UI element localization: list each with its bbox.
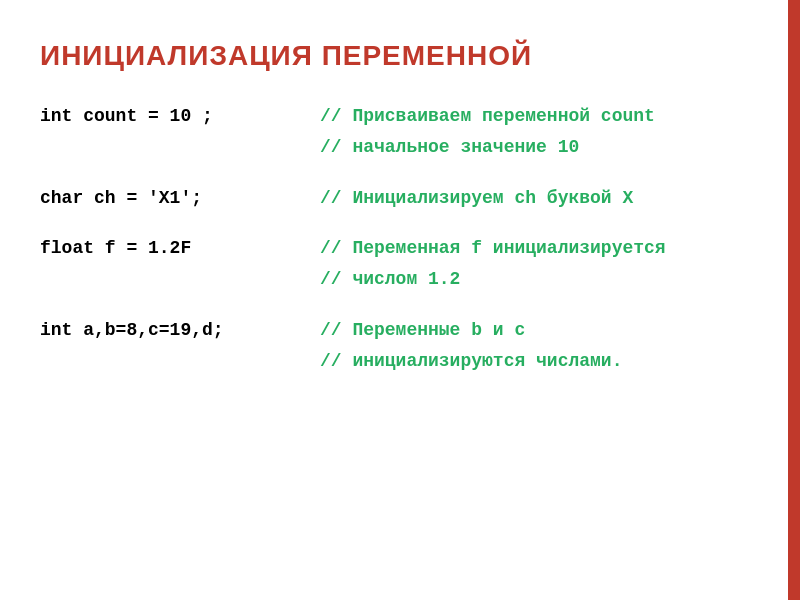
code-comment-7: // инициализируются числами. bbox=[320, 347, 622, 376]
code-line-4: float f = 1.2F // Переменная f инициализ… bbox=[40, 234, 760, 263]
code-comment-6: // Переменные b и с bbox=[320, 316, 525, 345]
code-empty-1 bbox=[40, 133, 320, 162]
code-comment-2: // начальное значение 10 bbox=[320, 133, 579, 162]
code-line-7: // инициализируются числами. bbox=[40, 347, 760, 376]
code-section-int-abcd: int a,b=8,c=19,d; // Переменные b и с //… bbox=[40, 316, 760, 376]
code-empty-3 bbox=[40, 347, 320, 376]
code-comment-5: // числом 1.2 bbox=[320, 265, 460, 294]
code-text-4: float f = 1.2F bbox=[40, 234, 320, 263]
code-text-6: int a,b=8,c=19,d; bbox=[40, 316, 320, 345]
code-section-char-ch: char ch = 'X1'; // Инициализируем ch бук… bbox=[40, 184, 760, 213]
slide-title: ИНИЦИАЛИЗАЦИЯ ПЕРЕМЕННОЙ bbox=[40, 40, 760, 72]
code-text-1: int count = 10 ; bbox=[40, 102, 320, 131]
right-bar-decoration bbox=[788, 0, 800, 600]
code-comment-4: // Переменная f инициализируется bbox=[320, 234, 666, 263]
code-comment-1: // Присваиваем переменной count bbox=[320, 102, 655, 131]
code-line-2: // начальное значение 10 bbox=[40, 133, 760, 162]
code-comment-3: // Инициализируем ch буквой X bbox=[320, 184, 633, 213]
code-empty-2 bbox=[40, 265, 320, 294]
code-line-6: int a,b=8,c=19,d; // Переменные b и с bbox=[40, 316, 760, 345]
code-text-3: char ch = 'X1'; bbox=[40, 184, 320, 213]
slide-container: ИНИЦИАЛИЗАЦИЯ ПЕРЕМЕННОЙ int count = 10 … bbox=[0, 0, 800, 600]
code-line-1: int count = 10 ; // Присваиваем переменн… bbox=[40, 102, 760, 131]
code-line-5: // числом 1.2 bbox=[40, 265, 760, 294]
code-section-int-count: int count = 10 ; // Присваиваем переменн… bbox=[40, 102, 760, 162]
code-section-float-f: float f = 1.2F // Переменная f инициализ… bbox=[40, 234, 760, 294]
code-line-3: char ch = 'X1'; // Инициализируем ch бук… bbox=[40, 184, 760, 213]
code-block: int count = 10 ; // Присваиваем переменн… bbox=[40, 102, 760, 376]
